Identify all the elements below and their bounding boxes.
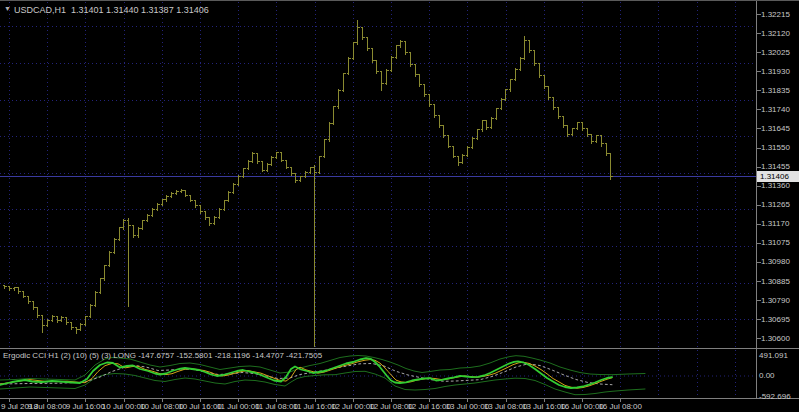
price-axis-label: 1.31550 xyxy=(761,143,790,152)
price-axis-label: 1.30885 xyxy=(761,277,790,286)
time-axis-label: 16 Jul 08:00 xyxy=(598,402,642,411)
time-axis-label: 12 Jul 00:00 xyxy=(331,402,375,411)
time-axis-label: 11 Jul 08:00 xyxy=(255,402,298,411)
price-axis-label: 1.31265 xyxy=(761,200,790,209)
price-axis-label: 1.30790 xyxy=(761,296,790,305)
price-axis-label: 1.31455 xyxy=(761,162,790,171)
price-axis-label: 1.32120 xyxy=(761,29,790,38)
time-axis-label: 9 Jul 16:00 xyxy=(66,402,105,411)
price-axis-label: 1.31360 xyxy=(761,181,790,190)
indicator-axis-label: -592.696 xyxy=(759,392,791,401)
price-axis-label: 1.31645 xyxy=(761,124,790,133)
time-axis-label: 9 Jul 08:00 xyxy=(28,402,67,411)
price-axis-label: 1.30980 xyxy=(761,257,790,266)
chart-title: USDCAD,H1 1.31401 1.31440 1.31387 1.3140… xyxy=(14,5,209,15)
current-price-box: 1.31406 xyxy=(757,171,799,182)
time-axis-label: 13 Jul 16:00 xyxy=(522,402,566,411)
indicator-axis-label: 491.091 xyxy=(759,351,788,360)
grid-lines xyxy=(0,2,756,398)
price-axis-label: 1.31740 xyxy=(761,105,790,114)
price-axis-label: 1.32025 xyxy=(761,48,790,57)
time-axis-label: 16 Jul 00:00 xyxy=(560,402,604,411)
price-axis-label: 1.30600 xyxy=(761,334,790,343)
price-axis-label: 1.30695 xyxy=(761,315,790,324)
price-axis-label: 1.31930 xyxy=(761,67,790,76)
price-axis-label: 1.32215 xyxy=(761,10,790,19)
ohlc-bars xyxy=(3,20,614,347)
time-axis-label: 10 Jul 16:00 xyxy=(178,402,222,411)
trading-chart-window: ▼ USDCAD,H1 1.31401 1.31440 1.31387 1.31… xyxy=(0,0,799,412)
time-axis-label: 12 Jul 08:00 xyxy=(369,402,413,411)
time-axis-label: 13 Jul 08:00 xyxy=(484,402,528,411)
time-axis-label: 11 Jul 16:00 xyxy=(293,402,336,411)
time-axis-label: 13 Jul 00:00 xyxy=(446,402,490,411)
symbol-period-label: USDCAD,H1 xyxy=(14,5,66,15)
time-axis-label: 11 Jul 00:00 xyxy=(217,402,260,411)
axis-ticks xyxy=(10,15,762,403)
time-axis-label: 10 Jul 00:00 xyxy=(102,402,146,411)
chart-menu-icon[interactable]: ▼ xyxy=(4,5,11,12)
ohlc-readout: 1.31401 1.31440 1.31387 1.31406 xyxy=(71,5,209,15)
time-axis-label: 12 Jul 16:00 xyxy=(407,402,451,411)
panel-separators xyxy=(0,1,799,399)
indicator-label: Ergodic CCI H1 (2) (10) (5) (3) LONG -14… xyxy=(3,351,322,360)
time-axis-label: 10 Jul 08:00 xyxy=(140,402,184,411)
indicator-axis-label: 0.00 xyxy=(759,371,775,380)
price-axis-label: 1.31170 xyxy=(761,219,789,228)
price-axis-label: 1.31075 xyxy=(761,238,790,247)
price-axis-label: 1.31835 xyxy=(761,86,790,95)
